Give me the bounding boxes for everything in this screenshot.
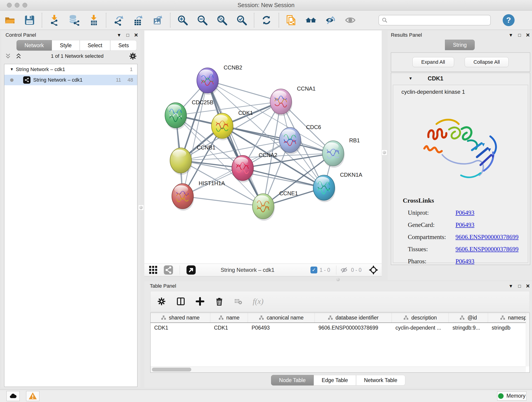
export-table-icon[interactable] — [132, 13, 145, 27]
hidden-eye-slash-icon[interactable] — [340, 266, 349, 274]
table-cell[interactable]: cyclin-dependent ... — [392, 325, 449, 331]
panel-float-icon[interactable]: □ — [127, 33, 129, 37]
table-cell[interactable]: P06493 — [248, 325, 315, 331]
graphics-details-icon[interactable] — [147, 263, 160, 277]
panel-close-icon[interactable]: × — [134, 32, 138, 38]
network-row-selected[interactable]: String Network – cdk1 11 48 — [4, 75, 137, 85]
panel-divider-grip[interactable] — [336, 278, 340, 281]
graph-edge-CCNE1-HIST1H1A[interactable] — [183, 196, 263, 206]
graph-node-HIST1H1A[interactable]: HIST1H1A — [172, 180, 225, 211]
birds-eye-toggle-crosshair-icon[interactable] — [368, 265, 379, 275]
graph-edge-CCNB2-CCNE1[interactable] — [208, 80, 263, 206]
refresh-icon[interactable] — [260, 13, 273, 27]
table-header-row[interactable]: shared namenamecanonical namedatabase id… — [151, 313, 530, 323]
panel-close-icon[interactable]: × — [526, 32, 530, 38]
column-header-namespace[interactable]: namespace — [488, 313, 530, 322]
birds-eye-view-icon[interactable] — [184, 263, 198, 277]
graph-node-CCNB2[interactable]: CCNB2 — [197, 64, 242, 95]
show-all-eye-icon[interactable] — [344, 13, 357, 27]
string-documents-icon[interactable] — [285, 13, 298, 27]
column-header--id[interactable]: @id — [449, 313, 488, 322]
function-builder-icon[interactable]: f(x) — [253, 297, 264, 306]
column-header-name[interactable]: name — [210, 313, 248, 322]
network-view-canvas[interactable]: CCNB2CCNA1CDC25BCDK1CDC6RB1CCNB1CCNA2CDK… — [144, 31, 382, 264]
tab-string[interactable]: String — [445, 40, 475, 50]
scrollbar-thumb[interactable] — [152, 368, 191, 371]
node-table[interactable]: shared namenamecanonical namedatabase id… — [150, 313, 530, 373]
string-home-icon[interactable] — [304, 13, 317, 27]
collapse-all-networks-icon[interactable] — [5, 53, 12, 60]
panel-float-icon[interactable]: □ — [518, 284, 521, 288]
tab-edge-table[interactable]: Edge Table — [314, 375, 356, 385]
tab-network-table[interactable]: Network Table — [356, 375, 405, 385]
column-header-database-identifier[interactable]: database identifier — [315, 313, 392, 322]
graph-node-CDC25B[interactable]: CDC25B — [165, 99, 214, 130]
import-network-database-icon[interactable] — [67, 13, 81, 27]
zoom-out-icon[interactable] — [196, 13, 209, 27]
crosslink-link[interactable]: 9606.ENSP00000378699 — [456, 246, 519, 253]
table-options-gear-icon[interactable] — [157, 296, 167, 306]
panel-collapse-icon[interactable]: ▼ — [509, 33, 513, 37]
import-network-file-icon[interactable] — [48, 13, 61, 27]
tab-node-table[interactable]: Node Table — [271, 375, 314, 385]
tree-expander-icon[interactable]: ▼ — [409, 76, 413, 81]
panel-divider-grip[interactable] — [138, 205, 144, 211]
show-columns-icon[interactable] — [176, 296, 186, 306]
selected-checkbox-icon[interactable]: ✓ — [310, 267, 317, 274]
tab-select[interactable]: Select — [80, 40, 110, 51]
search-box[interactable] — [379, 15, 491, 26]
graph-node-CCNE1[interactable]: CCNE1 — [253, 190, 298, 221]
crosslink-link[interactable]: P06493 — [456, 258, 475, 265]
search-input[interactable] — [388, 17, 484, 23]
expand-all-networks-icon[interactable] — [15, 53, 22, 60]
panel-collapse-icon[interactable]: ▼ — [117, 33, 121, 37]
column-header-description[interactable]: description — [392, 313, 449, 322]
crosslink-link[interactable]: P06493 — [456, 209, 475, 216]
tree-expander-icon[interactable]: ▼ — [10, 67, 16, 72]
table-cell[interactable]: 9606.ENSP00000378699 — [315, 325, 392, 331]
network-graph[interactable]: CCNB2CCNA1CDC25BCDK1CDC6RB1CCNB1CCNA2CDK… — [144, 31, 382, 264]
panel-divider-grip[interactable] — [381, 150, 387, 155]
column-header-canonical-name[interactable]: canonical name — [248, 313, 315, 322]
graph-node-CDC6[interactable]: CDC6 — [279, 124, 321, 154]
save-session-icon[interactable] — [23, 13, 36, 27]
zoom-in-icon[interactable] — [176, 13, 189, 27]
import-table-file-icon[interactable] — [87, 13, 100, 27]
create-column-plus-icon[interactable] — [195, 296, 205, 306]
panel-collapse-icon[interactable]: ▼ — [509, 284, 513, 288]
panel-close-icon[interactable]: × — [526, 283, 530, 289]
network-collection-row[interactable]: ▼ String Network – cdk1 1 — [4, 64, 137, 75]
tab-network[interactable]: Network — [17, 40, 52, 51]
warning-button[interactable] — [26, 391, 39, 401]
open-session-icon[interactable] — [3, 13, 17, 27]
tab-sets[interactable]: Sets — [110, 40, 137, 51]
graph-node-RB1[interactable]: RB1 — [322, 137, 360, 168]
delete-table-icon[interactable] — [234, 296, 244, 306]
graph-edge-CCNB2-HIST1H1A[interactable] — [183, 80, 208, 196]
zoom-selected-icon[interactable] — [235, 13, 248, 27]
column-header-shared-name[interactable]: shared name — [151, 313, 210, 322]
panel-float-icon[interactable]: □ — [518, 33, 521, 37]
expand-all-button[interactable]: Expand All — [412, 57, 454, 67]
hide-selection-eye-slash-icon[interactable] — [324, 13, 337, 27]
share-network-icon[interactable] — [162, 263, 175, 277]
table-vertical-scrollbar[interactable] — [526, 313, 530, 366]
delete-column-trash-icon[interactable] — [214, 296, 224, 306]
memory-button[interactable]: Memory — [497, 391, 526, 401]
crosslink-link[interactable]: 9606.ENSP00000378699 — [456, 234, 519, 241]
crosslink-link[interactable]: P06493 — [456, 221, 475, 229]
tab-style[interactable]: Style — [52, 40, 80, 51]
cloud-button[interactable] — [6, 391, 20, 401]
help-icon[interactable]: ? — [503, 14, 515, 26]
table-cell[interactable]: stringdb — [488, 325, 530, 331]
graph-node-CDKN1A[interactable]: CDKN1A — [313, 172, 362, 202]
table-horizontal-scrollbar[interactable] — [151, 366, 526, 372]
network-options-gear-icon[interactable] — [129, 52, 137, 60]
zoom-fit-icon[interactable] — [215, 13, 229, 27]
graph-node-CCNA1[interactable]: CCNA1 — [270, 85, 316, 116]
export-network-icon[interactable] — [112, 13, 125, 27]
export-image-icon[interactable] — [151, 13, 165, 27]
table-cell[interactable]: CDK1 — [151, 325, 210, 331]
table-cell[interactable]: CDK1 — [210, 325, 248, 331]
table-cell[interactable]: stringdb:9... — [449, 325, 488, 331]
